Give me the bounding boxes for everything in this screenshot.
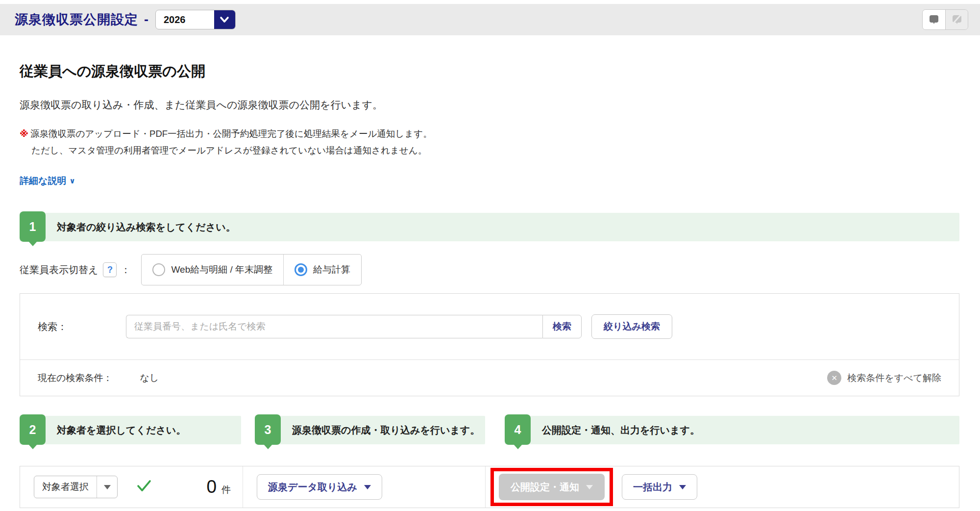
step2-banner: 2 対象者を選択してください。 — [20, 416, 241, 444]
current-conditions-label: 現在の検索条件： — [38, 372, 112, 384]
radio-web-payslip[interactable]: Web給与明細 / 年末調整 — [142, 255, 283, 285]
title-dash: - — [144, 12, 148, 27]
section-heading: 従業員への源泉徴収票の公開 — [20, 62, 959, 81]
chevron-down-icon — [586, 485, 593, 489]
publish-button-highlight: 公開設定・通知 — [490, 468, 613, 506]
employee-display-toggle-row: 従業員表示切替え ? ： Web給与明細 / 年末調整 給与計算 — [20, 254, 959, 285]
toggle-label: 従業員表示切替え — [20, 263, 98, 277]
publish-notify-button[interactable]: 公開設定・通知 — [499, 474, 605, 500]
publish-export-cell: 公開設定・通知 一括出力 — [486, 466, 959, 508]
step4-text: 公開設定・通知、出力を行います。 — [542, 424, 700, 437]
step3-banner: 3 源泉徴収票の作成・取り込みを行います。 — [255, 416, 485, 444]
selected-count: 0 件 — [206, 477, 243, 497]
search-row: 検索： 検索 絞り込み検索 — [20, 294, 959, 359]
details-link-label: 詳細な説明 — [20, 175, 66, 187]
search-button[interactable]: 検索 — [542, 315, 582, 338]
notice-line-2: ただし、マスタ管理の利用者管理でメールアドレスが登録されていない場合は通知されま… — [20, 142, 959, 159]
selected-count-value: 0 — [206, 477, 217, 497]
help-icon[interactable]: ? — [103, 262, 117, 277]
publish-button-label: 公開設定・通知 — [511, 481, 579, 494]
details-toggle-link[interactable]: 詳細な説明 ∨ — [20, 175, 75, 187]
step1-banner: 1 対象者の絞り込み検索をしてください。 — [20, 213, 959, 241]
radio-web-payslip-label: Web給与明細 / 年末調整 — [171, 263, 272, 276]
header-bar: 源泉徴収票公開設定 - 2026 — [0, 4, 980, 35]
toggle-colon: ： — [121, 263, 130, 277]
steps-row: 2 対象者を選択してください。 3 源泉徴収票の作成・取り込みを行います。 4 … — [20, 416, 959, 444]
clear-all-label: 検索条件をすべて解除 — [847, 372, 941, 384]
notice-line-1: ※源泉徴収票のアップロード・PDF一括出力・公開予約処理完了後に処理結果をメール… — [20, 126, 959, 142]
page-title: 源泉徴収票公開設定 — [15, 11, 138, 28]
export-button-label: 一括出力 — [633, 481, 672, 494]
step2-badge: 2 — [20, 414, 46, 445]
chevron-down-icon — [104, 485, 111, 489]
target-select-cell: 対象者選択 0 件 — [20, 466, 243, 508]
hide-comments-button[interactable] — [945, 10, 968, 29]
target-select-button[interactable]: 対象者選択 — [34, 476, 118, 498]
step4-badge: 4 — [505, 414, 531, 445]
current-conditions-value: なし — [140, 372, 159, 384]
section-description: 源泉徴収票の取り込み・作成、また従業員への源泉徴収票の公開を行います。 — [20, 98, 959, 112]
import-withholding-data-button[interactable]: 源泉データ取り込み — [257, 474, 382, 500]
radio-payroll-calc-label: 給与計算 — [313, 263, 350, 276]
show-comments-button[interactable] — [923, 10, 945, 29]
check-icon — [136, 479, 152, 495]
search-label: 検索： — [38, 320, 126, 333]
radio-unselected-icon — [152, 263, 165, 276]
radio-payroll-calc[interactable]: 給与計算 — [283, 255, 361, 285]
radio-selected-icon — [294, 263, 307, 276]
bulk-export-button[interactable]: 一括出力 — [622, 474, 697, 500]
chevron-down-icon: ∨ — [69, 177, 75, 185]
fiscal-year-value: 2026 — [156, 10, 214, 29]
step2-text: 対象者を選択してください。 — [57, 424, 186, 437]
comment-slash-icon — [951, 14, 963, 26]
search-input[interactable] — [126, 315, 542, 338]
chevron-down-icon — [679, 485, 686, 489]
step3-text: 源泉徴収票の作成・取り込みを行います。 — [292, 424, 480, 437]
step4-banner: 4 公開設定・通知、出力を行います。 — [505, 416, 959, 444]
selected-count-unit: 件 — [221, 484, 231, 496]
fiscal-year-select[interactable]: 2026 — [155, 10, 236, 29]
current-conditions-row: 現在の検索条件： なし ✕ 検索条件をすべて解除 — [20, 359, 959, 396]
import-button-label: 源泉データ取り込み — [268, 481, 357, 494]
chevron-down-icon — [214, 10, 235, 29]
main-content: 従業員への源泉徴収票の公開 源泉徴収票の取り込み・作成、また従業員への源泉徴収票… — [0, 62, 980, 508]
asterisk-mark: ※ — [20, 128, 28, 139]
target-select-label: 対象者選択 — [34, 476, 97, 498]
step1-text: 対象者の絞り込み検索をしてください。 — [57, 221, 236, 234]
close-icon: ✕ — [827, 371, 841, 385]
comment-toggle-group — [922, 9, 968, 30]
clear-all-conditions-button[interactable]: ✕ 検索条件をすべて解除 — [827, 371, 941, 385]
chevron-down-icon — [364, 485, 371, 489]
search-panel: 検索： 検索 絞り込み検索 現在の検索条件： なし ✕ 検索条件をすべて解除 — [20, 293, 959, 396]
step1-badge: 1 — [20, 211, 46, 242]
comment-icon — [928, 14, 940, 26]
notice-block: ※源泉徴収票のアップロード・PDF一括出力・公開予約処理完了後に処理結果をメール… — [20, 126, 959, 159]
action-toolbar: 対象者選択 0 件 源泉データ取り込み 公開設定・通知 — [20, 466, 959, 508]
step3-badge: 3 — [255, 414, 281, 445]
filter-search-button[interactable]: 絞り込み検索 — [591, 314, 672, 339]
search-input-group: 検索 — [126, 315, 582, 338]
target-select-caret[interactable] — [97, 476, 117, 498]
import-cell: 源泉データ取り込み — [243, 466, 486, 508]
display-mode-radio-group: Web給与明細 / 年末調整 給与計算 — [141, 254, 362, 285]
